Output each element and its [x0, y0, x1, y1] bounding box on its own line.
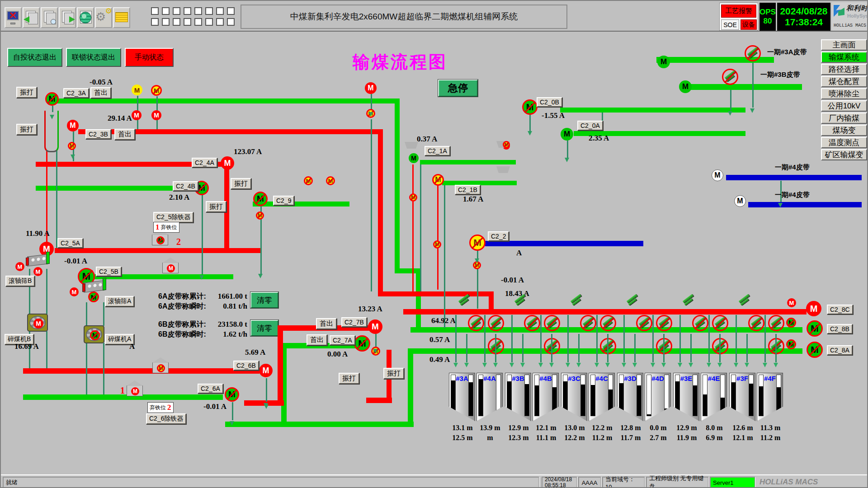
- motor-indicator[interactable]: M: [156, 236, 165, 244]
- manual-mode-button[interactable]: 手动状态: [125, 48, 174, 67]
- tripper-gate-crossed[interactable]: [748, 315, 764, 331]
- tripper-gate-crossed[interactable]: [544, 338, 560, 354]
- motor-indicator[interactable]: M: [409, 153, 419, 163]
- motor-indicator[interactable]: M: [326, 176, 335, 185]
- sidebar-item-9[interactable]: 温度测点: [821, 137, 867, 148]
- clear-button[interactable]: 清零: [250, 292, 278, 308]
- tripper-gate-crossed[interactable]: [524, 315, 540, 331]
- crusher-icon[interactable]: M: [27, 314, 48, 332]
- tripper-gate[interactable]: [681, 295, 697, 308]
- tripper-gate-crossed[interactable]: [636, 315, 652, 331]
- tripper-gate-crossed[interactable]: [488, 338, 504, 354]
- device-alarm-button[interactable]: 设备: [741, 19, 757, 30]
- equipment-tag[interactable]: C2_6除铁器: [146, 413, 186, 424]
- notes-button[interactable]: [113, 7, 130, 28]
- equipment-tag[interactable]: C2_6B: [233, 361, 259, 371]
- motor-indicator[interactable]: M: [807, 320, 823, 337]
- motor-indicator[interactable]: M: [225, 387, 239, 402]
- interlock-mode-exit-button[interactable]: 联锁状态退出: [66, 48, 121, 67]
- tripper-gate-crossed[interactable]: [768, 338, 784, 354]
- motor-indicator[interactable]: M: [365, 82, 377, 94]
- motor-indicator[interactable]: M: [469, 235, 486, 251]
- tripper-gate-crossed[interactable]: [544, 315, 560, 331]
- browser-globe-button[interactable]: [77, 7, 94, 28]
- motor-indicator[interactable]: M: [432, 174, 444, 186]
- motor-indicator[interactable]: M: [151, 110, 161, 120]
- motor-indicator[interactable]: M: [167, 264, 175, 272]
- equipment-tag[interactable]: C2_0A: [577, 121, 603, 131]
- sidebar-item-4[interactable]: 煤仓配置: [821, 76, 867, 87]
- tripper-gate-crossed[interactable]: [600, 338, 616, 354]
- monitor-close-button[interactable]: ✕: [5, 7, 22, 28]
- equipment-tag[interactable]: C2_8C: [827, 305, 853, 314]
- equipment-tag[interactable]: C2_4B: [173, 181, 198, 191]
- motor-indicator[interactable]: M: [70, 287, 79, 296]
- tripper-gate[interactable]: [457, 295, 472, 308]
- crusher-icon[interactable]: M: [84, 325, 104, 343]
- motor-indicator[interactable]: M: [33, 319, 43, 328]
- motor-indicator[interactable]: M: [503, 141, 510, 148]
- sidebar-item-2[interactable]: 输煤系统: [821, 52, 867, 63]
- action-button[interactable]: 振打: [383, 368, 404, 379]
- action-button[interactable]: 首出: [114, 129, 135, 140]
- motor-indicator[interactable]: M: [712, 169, 723, 181]
- tripper-gate-crossed[interactable]: [712, 315, 728, 331]
- action-button[interactable]: 振打: [339, 373, 359, 384]
- sidebar-item-5[interactable]: 喷淋除尘: [821, 88, 867, 99]
- motor-indicator[interactable]: M: [786, 339, 796, 349]
- action-button[interactable]: 首出: [90, 87, 111, 99]
- motor-indicator[interactable]: M: [368, 319, 382, 334]
- tripper-gate[interactable]: [737, 295, 753, 308]
- motor-indicator[interactable]: M: [132, 84, 142, 95]
- tripper-gate[interactable]: [569, 295, 585, 308]
- emergency-stop-button[interactable]: 急停: [438, 80, 478, 97]
- motor-indicator[interactable]: M: [473, 261, 481, 269]
- motor-indicator[interactable]: M: [39, 242, 54, 256]
- tripper-gate-crossed[interactable]: [488, 315, 504, 331]
- sidebar-item-1[interactable]: 主画面: [821, 39, 867, 51]
- process-alarm-button[interactable]: 工艺报警: [721, 5, 756, 18]
- action-button[interactable]: 首出: [307, 334, 327, 346]
- tripper-gate-crossed[interactable]: [745, 45, 761, 61]
- action-button[interactable]: 振打: [231, 178, 251, 189]
- motor-indicator[interactable]: M: [503, 142, 510, 150]
- motor-indicator[interactable]: M: [657, 56, 670, 68]
- settings-gears-button[interactable]: ⚙⚙: [95, 7, 112, 28]
- soe-button[interactable]: SOE: [721, 19, 739, 30]
- motor-indicator[interactable]: M: [786, 318, 796, 328]
- page-back-button[interactable]: [23, 7, 40, 28]
- motor-indicator[interactable]: M: [221, 156, 234, 170]
- equipment-tag[interactable]: 碎煤机A: [105, 334, 134, 345]
- motor-indicator[interactable]: M: [78, 268, 95, 285]
- motor-indicator[interactable]: M: [131, 387, 139, 395]
- sidebar-item-7[interactable]: 厂内输煤: [821, 113, 867, 124]
- motor-indicator[interactable]: M: [679, 80, 692, 93]
- equipment-tag[interactable]: C2_8B: [827, 324, 853, 334]
- motor-indicator[interactable]: M: [67, 120, 79, 131]
- clear-button[interactable]: 清零: [250, 320, 278, 336]
- motor-indicator[interactable]: M: [151, 85, 162, 96]
- tripper-gate[interactable]: [625, 295, 641, 308]
- sidebar-item-3[interactable]: 路径选择: [821, 64, 867, 75]
- motor-indicator[interactable]: M: [68, 142, 76, 150]
- action-button[interactable]: 首出: [316, 318, 337, 329]
- equipment-tag[interactable]: C2_3B: [85, 129, 111, 139]
- equipment-tag[interactable]: C2_5A: [57, 238, 83, 248]
- equipment-tag[interactable]: C2_7A: [330, 335, 355, 345]
- equipment-tag[interactable]: 滚轴筛A: [105, 296, 134, 307]
- tripper-gate-crossed[interactable]: [656, 315, 672, 331]
- equipment-tag[interactable]: C2_1B: [455, 185, 481, 195]
- motor-indicator[interactable]: M: [409, 193, 417, 202]
- auto-mode-exit-button[interactable]: 自投状态退出: [7, 48, 62, 67]
- action-button[interactable]: 振打: [16, 87, 37, 98]
- motor-indicator[interactable]: M: [787, 298, 796, 307]
- sidebar-item-10[interactable]: 矿区输煤变: [821, 149, 867, 160]
- equipment-tag[interactable]: C2_4A: [192, 158, 217, 168]
- motor-indicator[interactable]: M: [259, 364, 273, 377]
- tripper-gate-crossed[interactable]: [580, 315, 596, 331]
- equipment-tag[interactable]: C2_8A: [827, 345, 853, 355]
- equipment-tag[interactable]: 碎煤机B: [5, 334, 34, 345]
- motor-indicator[interactable]: M: [132, 110, 142, 120]
- motor-indicator[interactable]: M: [15, 262, 24, 271]
- motor-indicator[interactable]: M: [522, 99, 538, 115]
